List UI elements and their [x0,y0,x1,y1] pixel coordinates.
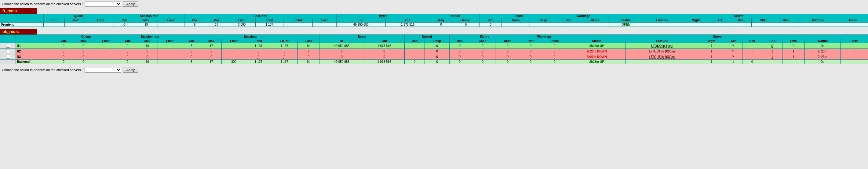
table-row: Backend 0 0 0 19 8 17 300 1 137 1 137 9s… [0,60,868,64]
sv-thrtle: - [840,43,868,49]
sv-wght: 1 [699,60,724,64]
e-resp: 0 [495,60,520,64]
row-checkbox[interactable] [6,55,10,59]
q-cur [44,23,64,27]
w-redis [580,23,610,27]
w-redis: 0 [541,54,568,60]
sv-wght: 1 [699,54,724,60]
s-max: 17 [205,23,228,27]
bottom-action-bar: Choose the action to perform on the chec… [0,66,868,74]
sr-max: 19 [135,23,158,27]
th-bk-sv-thrtle: Thrtle [840,39,868,43]
sv-act: Y [724,43,742,49]
e-resp: 0 [495,49,520,54]
s-limit: 300 [222,60,246,64]
bottom-apply-button[interactable]: Apply [123,67,138,73]
table-row: R1 0 0 - 0 19 8 17 - 1 137 1 137 9s 49 9… [0,43,868,49]
checkbox-cell[interactable] [0,49,16,54]
ft-redis-table: Queue Session rate Sessions Bytes Denied… [0,14,868,27]
th-errors: Errors [479,14,557,18]
th-bk-sv-bck: Bck [742,39,762,43]
s-cur: 8 [184,23,205,27]
sv-bck: - [742,54,762,60]
table-row: Frontend 0 19 - 8 17 3 000 1 137 49 950 … [0,23,868,27]
s-limit: - [222,43,246,49]
q-limit [87,23,114,27]
s-limit: - [222,49,246,54]
sv-dwn [774,23,798,27]
b-in: 0 [319,54,364,60]
s-lbtot: 1 137 [271,43,298,49]
s-max: 17 [201,43,222,49]
th-sv-dwntme: Dwntme [798,18,838,23]
q-cur: 0 [54,43,73,49]
th-bk-e-resp: Resp [495,39,520,43]
th-bk-w-retr: Retr [520,39,541,43]
th-d-req: Req [430,18,452,23]
top-action-bar: Choose the action to perform on the chec… [0,0,868,8]
b-in: 49 950 683 [319,43,364,49]
top-apply-button[interactable]: Apply [123,1,138,7]
w-retr: 0 [520,60,541,64]
th-s-max: Max [205,18,228,23]
s-max: 17 [201,60,222,64]
sv-dwn: 1 [782,54,804,60]
sv-chk: 1 [762,49,782,54]
s-cur: 0 [182,54,201,60]
sr-limit [158,54,182,60]
th-cb-empty [0,35,16,43]
sv-act: Y [724,54,742,60]
th-sr-max: Max [135,18,158,23]
row-checkbox[interactable] [6,44,10,47]
q-cur: 0 [54,54,73,60]
th-bk-d-req: Req [404,39,425,43]
q-max: 0 [73,43,94,49]
row-name: Backend [16,60,54,64]
th-bytes: Bytes [336,14,430,18]
table-row: R3 0 0 - 0 0 0 0 - 0 0 ? 0 0 0 0 0 0 0 [0,54,868,60]
th-s-lbtot: LbTot [283,18,312,23]
th-bk-sessions: Sessions [182,35,319,39]
sr-max: 0 [137,49,158,54]
ft-redis-section: ft_redis Queue Session rate Sessions Byt… [0,8,868,27]
sv-act: 1 [724,60,742,64]
s-last: ? [298,54,319,60]
th-bk-sv-act: Act [724,39,742,43]
d-req [404,43,425,49]
th-bk-s-last: Last [298,39,319,43]
bottom-action-select[interactable]: Disable Enable Drain [85,67,121,73]
th-e-req: Req [479,18,502,23]
sr-cur: 0 [114,23,135,27]
th-bk-session-rate: Session rate [118,35,182,39]
sv-bck: - [742,43,762,49]
th-q-cur: Cur [44,18,64,23]
e-req: 0 [450,54,470,60]
th-q-max: Max [64,18,87,23]
sr-limit [158,43,182,49]
th-bk-s-total: Total [246,39,271,43]
checkbox-cell[interactable] [0,43,16,49]
sv-chk: 1 [762,54,782,60]
top-action-select[interactable]: Disable Enable Drain [85,1,121,7]
row-checkbox[interactable] [6,49,10,53]
row-name: R2 [16,49,54,54]
th-sv-act: Act [710,18,730,23]
w-retr: 0 [520,43,541,49]
s-lbtot: 1 137 [271,60,298,64]
q-limit: - [94,54,118,60]
sr-max: 0 [137,54,158,60]
th-sr-limit: Limit [158,18,184,23]
th-empty [0,14,44,23]
sv-status: 2h23m DOWN [568,49,625,54]
q-max: 0 [73,54,94,60]
table-row: R2 0 0 - 0 0 0 0 - 0 0 ? 0 0 0 0 0 0 0 [0,49,868,54]
th-w-redis: Redis [580,18,610,23]
cb-empty [0,60,16,64]
th-s-last: Last [312,18,336,23]
top-action-label: Choose the action to perform on the chec… [2,2,83,6]
s-cur: 8 [182,43,201,49]
e-conn: 0 [470,60,495,64]
bk-redis-table: Queue Session rate Sessions Bytes Denied… [0,34,868,64]
checkbox-cell[interactable] [0,54,16,60]
sv-act: Y [724,49,742,54]
